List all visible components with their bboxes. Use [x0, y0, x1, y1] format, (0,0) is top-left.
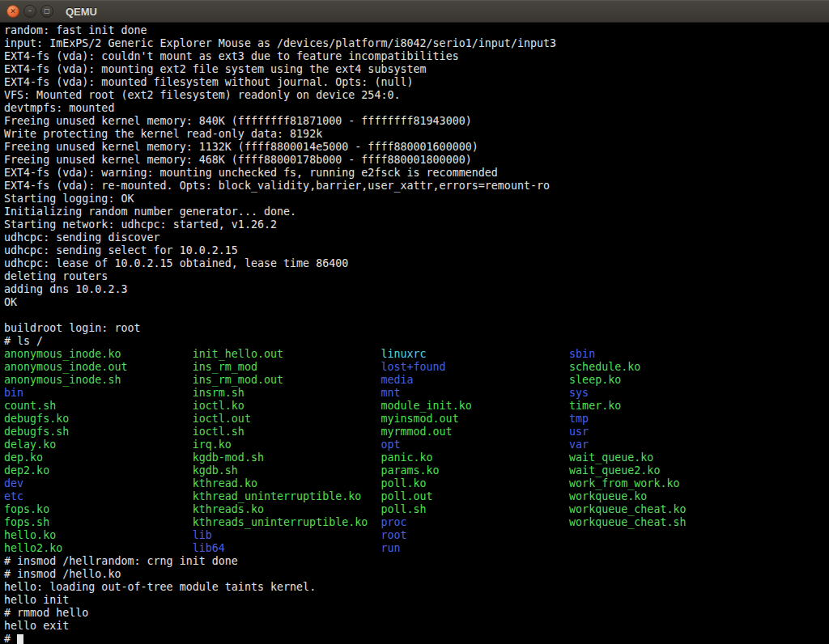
file-entry: myrmmod.out — [380, 426, 569, 439]
terminal-line: count.shioctl.komodule_init.kotimer.ko — [4, 400, 829, 413]
file-entry: anonymous_inode.sh — [4, 374, 193, 387]
directory-entry: proc — [380, 516, 569, 529]
file-entry: ioctl.ko — [193, 400, 381, 413]
file-entry: workqueue.ko — [569, 490, 647, 502]
terminal-text: # insmod /hello.ko — [4, 568, 121, 580]
terminal-line: fops.shkthreads_uninterruptible.koprocwo… — [4, 516, 829, 529]
terminal-line: adding dns 10.0.2.3 — [4, 283, 829, 296]
directory-entry: etc — [4, 490, 193, 503]
terminal-line: delay.koirq.kooptvar — [4, 439, 829, 451]
file-entry: timer.ko — [569, 400, 621, 412]
file-entry: kthread_uninterruptible.ko — [193, 490, 381, 503]
window-close-button[interactable]: ✕ — [6, 5, 19, 18]
terminal-line: EXT4-fs (vda): mounting ext2 file system… — [4, 63, 829, 76]
terminal-line: Write protecting the kernel read-only da… — [4, 128, 829, 141]
terminal-line: EXT4-fs (vda): mounted filesystem withou… — [4, 76, 829, 89]
terminal-line: random: fast init done — [4, 24, 829, 37]
terminal-line: buildroot login: root — [4, 322, 829, 335]
terminal-text: # rmmod hello — [4, 607, 88, 619]
directory-entry: lib64 — [193, 542, 381, 555]
minimize-icon: – — [28, 8, 32, 15]
terminal-text: Write protecting the kernel read-only da… — [4, 128, 322, 140]
terminal-text: Initializing random number generator... … — [4, 205, 296, 218]
file-entry: wait_queue.ko — [569, 451, 653, 464]
directory-entry: dev — [4, 477, 193, 490]
terminal-line: anonymous_inode.outins_rm_modlost+founds… — [4, 361, 829, 374]
terminal-text: Freeing unused kernel memory: 468K (ffff… — [4, 154, 472, 166]
terminal-text: EXT4-fs (vda): mounting ext2 file system… — [4, 63, 427, 75]
terminal-line: hello: loading out-of-tree module taints… — [4, 581, 829, 594]
terminal-text: devtmpfs: mounted — [4, 102, 114, 114]
directory-entry: mnt — [380, 387, 569, 400]
terminal-text: EXT4-fs (vda): couldn't mount as ext3 du… — [4, 50, 459, 62]
terminal-line: anonymous_inode.shins_rm_mod.outmediasle… — [4, 374, 829, 387]
terminal-line: # insmod /hello.ko — [4, 568, 829, 581]
file-entry: dep2.ko — [4, 464, 193, 477]
close-icon: ✕ — [10, 8, 16, 15]
terminal-line: EXT4-fs (vda): couldn't mount as ext3 du… — [4, 50, 829, 63]
file-entry: workqueue_cheat.sh — [569, 516, 686, 528]
terminal-line: dep2.kokgdb.shparams.kowait_queue2.ko — [4, 464, 829, 477]
directory-entry: lib — [193, 529, 381, 542]
terminal-line: Freeing unused kernel memory: 468K (ffff… — [4, 154, 829, 167]
file-entry: init_hello.out — [193, 348, 381, 361]
file-entry: ioctl.sh — [193, 426, 381, 439]
terminal-line: Starting logging: OK — [4, 193, 829, 205]
terminal-line: EXT4-fs (vda): warning: mounting uncheck… — [4, 167, 829, 180]
window-minimize-button[interactable]: – — [23, 5, 36, 18]
file-entry: ioctl.out — [193, 413, 381, 426]
terminal-line: udhcpc: sending discover — [4, 231, 829, 244]
terminal-line: # insmod /hellrandom: crng init done — [4, 555, 829, 568]
terminal-text: Freeing unused kernel memory: 840K (ffff… — [4, 115, 472, 127]
terminal-line: # rmmod hello — [4, 607, 829, 620]
file-entry: hello.ko — [4, 529, 193, 542]
file-entry: kthreads.ko — [193, 503, 381, 516]
terminal-line: hello init — [4, 594, 829, 607]
terminal-screen[interactable]: random: fast init doneinput: ImExPS/2 Ge… — [0, 23, 829, 644]
terminal-line: devtmpfs: mounted — [4, 102, 829, 115]
file-entry: kgdb.sh — [193, 464, 381, 477]
terminal-line — [4, 309, 829, 322]
directory-entry: sys — [569, 387, 589, 399]
file-entry: fops.ko — [4, 503, 193, 516]
symlink-entry: linuxrc — [380, 348, 569, 361]
directory-entry: opt — [380, 439, 569, 451]
file-entry: panic.ko — [380, 451, 569, 464]
directory-entry: root — [380, 529, 406, 541]
terminal-line: # — [4, 633, 829, 644]
terminal-line: hello2.kolib64run — [4, 542, 829, 555]
terminal-text: udhcpc: sending discover — [4, 231, 160, 244]
terminal-line: hello exit — [4, 620, 829, 633]
file-entry: kgdb-mod.sh — [193, 451, 381, 464]
terminal-line: OK — [4, 296, 829, 309]
terminal-line: udhcpc: lease of 10.0.2.15 obtained, lea… — [4, 257, 829, 270]
window-maximize-button[interactable]: ▢ — [40, 5, 53, 18]
terminal-line: debugfs.koioctl.outmyinsmod.outtmp — [4, 413, 829, 426]
terminal-line: input: ImExPS/2 Generic Explorer Mouse a… — [4, 37, 829, 50]
file-entry: fops.sh — [4, 516, 193, 529]
file-entry: schedule.ko — [569, 361, 640, 373]
terminal-line: anonymous_inode.koinit_hello.outlinuxrcs… — [4, 348, 829, 361]
file-entry: irq.ko — [193, 439, 381, 451]
terminal-line: udhcpc: sending select for 10.0.2.15 — [4, 244, 829, 257]
terminal-text: input: ImExPS/2 Generic Explorer Mouse a… — [4, 37, 556, 49]
terminal-line: Initializing random number generator... … — [4, 205, 829, 218]
terminal-line: EXT4-fs (vda): re-mounted. Opts: block_v… — [4, 180, 829, 193]
file-entry: anonymous_inode.ko — [4, 348, 193, 361]
terminal-text: hello: loading out-of-tree module taints… — [4, 581, 316, 593]
terminal-text: deleting routers — [4, 270, 108, 282]
terminal-text: hello exit — [4, 620, 69, 632]
terminal-text: hello init — [4, 594, 69, 606]
file-entry: wait_queue2.ko — [569, 464, 660, 477]
qemu-window: ✕ – ▢ QEMU random: fast init doneinput: … — [0, 0, 829, 644]
file-entry: poll.out — [380, 490, 569, 503]
terminal-text: # insmod /hellrandom: crng init done — [4, 555, 238, 567]
file-entry: ins_rm_mod.out — [193, 374, 381, 387]
terminal-text: VFS: Mounted root (ext2 filesystem) read… — [4, 89, 400, 101]
directory-entry: sbin — [569, 348, 595, 360]
file-entry: debugfs.ko — [4, 413, 193, 426]
terminal-text: EXT4-fs (vda): re-mounted. Opts: block_v… — [4, 180, 550, 192]
file-entry: sleep.ko — [569, 374, 621, 386]
terminal-line: etckthread_uninterruptible.kopoll.outwor… — [4, 490, 829, 503]
terminal-cursor — [17, 634, 23, 644]
